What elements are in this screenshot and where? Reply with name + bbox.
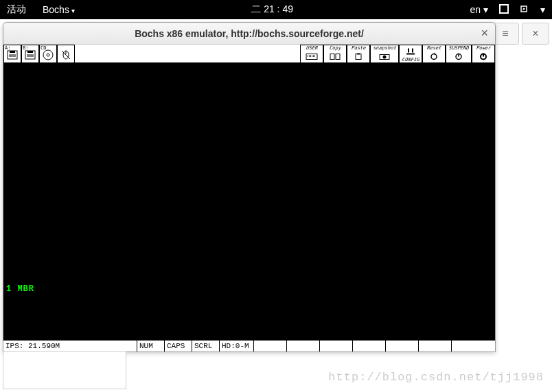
system-menu-caret[interactable]: ▾	[540, 4, 545, 15]
mouse-capture-button[interactable]	[57, 45, 75, 63]
status-num: NUM	[137, 341, 165, 351]
status-caps: CAPS	[165, 341, 192, 351]
input-lang[interactable]: en ▾	[470, 4, 488, 15]
svg-rect-18	[330, 54, 334, 60]
snapshot-button[interactable]: snapshot	[370, 45, 399, 63]
status-hd: HD:0-M	[220, 341, 254, 351]
svg-point-27	[431, 54, 437, 60]
console-text: 1 MBR	[6, 284, 34, 294]
activities-button[interactable]: 活动	[7, 3, 26, 16]
screen-icon[interactable]	[499, 4, 509, 16]
svg-rect-0	[500, 5, 508, 13]
status-bar: IPS: 21.590M NUM CAPS SCRL HD:0-M	[3, 340, 495, 351]
svg-rect-26	[406, 54, 415, 55]
battery-icon[interactable]	[520, 4, 529, 16]
close-icon[interactable]: ×	[481, 26, 488, 41]
close-tab-icon[interactable]: ×	[522, 23, 549, 45]
status-empty	[353, 341, 386, 351]
keyboard-icon	[306, 51, 318, 62]
svg-rect-19	[336, 54, 340, 60]
background-panel	[3, 351, 126, 389]
mouse-icon	[60, 48, 72, 60]
status-ips: IPS: 21.590M	[3, 341, 137, 351]
svg-point-11	[47, 54, 49, 56]
status-empty	[287, 341, 320, 351]
floppy-a-button[interactable]: A:	[3, 45, 21, 63]
bochs-toolbar: A: B: CD USER Copy	[3, 45, 495, 63]
status-empty	[452, 341, 485, 351]
paste-button[interactable]: Paste	[347, 45, 370, 63]
camera-icon	[378, 51, 391, 62]
status-empty	[254, 341, 287, 351]
svg-point-10	[43, 50, 53, 60]
copy-button[interactable]: Copy	[323, 45, 347, 63]
app-menu[interactable]: Bochs	[43, 4, 75, 15]
status-scrl: SCRL	[192, 341, 220, 351]
window-title: Bochs x86 emulator, http://bochs.sourcef…	[3, 28, 495, 39]
copy-icon	[329, 51, 341, 62]
floppy-b-button[interactable]: B:	[21, 45, 39, 63]
svg-point-23	[383, 56, 387, 59]
status-empty	[386, 341, 419, 351]
config-icon	[404, 45, 417, 57]
watermark-text: http://blog.csdn.net/tjj1998	[328, 371, 544, 384]
bochs-window: Bochs x86 emulator, http://bochs.sourcef…	[3, 22, 496, 352]
status-empty	[419, 341, 452, 351]
reset-button[interactable]: Reset	[422, 45, 446, 63]
clock[interactable]: 二 21 : 49	[75, 3, 470, 16]
cdrom-button[interactable]: CD	[39, 45, 57, 63]
user-button[interactable]: USER	[300, 45, 323, 63]
desktop-topbar: 活动 Bochs 二 21 : 49 en ▾ ▾	[0, 0, 552, 19]
suspend-icon	[452, 51, 465, 62]
window-titlebar[interactable]: Bochs x86 emulator, http://bochs.sourcef…	[3, 23, 495, 45]
paste-icon	[352, 51, 365, 62]
emulator-display[interactable]: 1 MBR	[3, 63, 495, 340]
svg-rect-21	[357, 54, 360, 55]
power-button[interactable]: Power	[472, 45, 495, 63]
status-empty	[320, 341, 353, 351]
config-button[interactable]: CONFIG	[399, 45, 422, 63]
power-icon	[477, 51, 490, 62]
reset-icon	[428, 51, 440, 62]
suspend-button[interactable]: SUSPEND	[446, 45, 472, 63]
svg-rect-20	[356, 54, 361, 60]
hamburger-icon[interactable]: ≡	[492, 23, 519, 45]
